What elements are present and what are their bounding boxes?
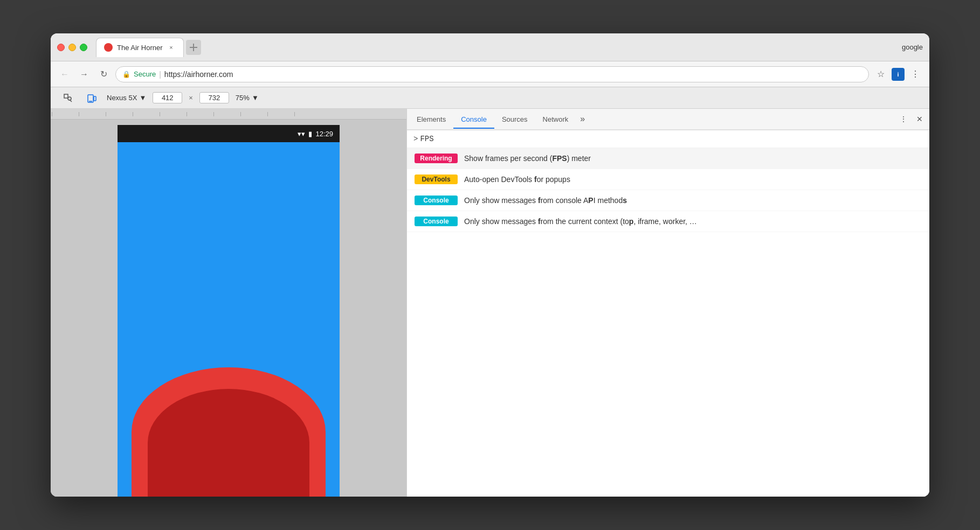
autocomplete-item-devtools-popups[interactable]: DevTools Auto-open DevTools for popups — [407, 169, 929, 190]
phone-screen-wrapper: ▾▾ ▮ 12:29 — [51, 120, 406, 497]
ruler-tick — [187, 112, 187, 116]
extension-icon: i — [892, 68, 905, 81]
tab-elements[interactable]: Elements — [409, 111, 453, 129]
device-dropdown-icon: ▼ — [139, 94, 146, 102]
ruler-tick — [240, 112, 241, 116]
active-tab[interactable]: The Air Horner × — [96, 38, 184, 57]
autocomplete-text-fps: Show frames per second (FPS) meter — [464, 154, 591, 163]
zoom-dropdown-icon: ▼ — [252, 94, 259, 102]
title-bar: The Air Horner × google — [51, 33, 929, 61]
bookmark-button[interactable]: ☆ — [873, 67, 888, 82]
dimension-x-separator: × — [189, 94, 193, 102]
tab-close-button[interactable]: × — [167, 43, 176, 52]
device-name: Nexus 5X — [107, 94, 137, 102]
badge-devtools: DevTools — [415, 175, 458, 184]
navigation-toolbar: ← → ↻ 🔒 Secure | https://airhorner.com ☆… — [51, 61, 929, 87]
tab-favicon — [104, 43, 113, 52]
tab-sources-label: Sources — [502, 115, 528, 123]
ruler-tick — [160, 112, 160, 116]
zoom-level: 75% — [236, 94, 250, 102]
ruler-tick — [106, 112, 106, 116]
tab-network[interactable]: Network — [535, 111, 576, 129]
autocomplete-text-console-context: Only show messages from the current cont… — [464, 217, 697, 226]
more-tabs-button[interactable]: » — [576, 114, 589, 124]
height-input[interactable] — [199, 92, 229, 103]
device-mode-button[interactable] — [83, 89, 100, 107]
phone-time: 12:29 — [315, 130, 333, 138]
svg-rect-1 — [190, 47, 197, 48]
devtools-options-button[interactable]: ⋮ — [896, 111, 911, 127]
tab-console-label: Console — [461, 115, 487, 123]
phone-emulator-panel: ▾▾ ▮ 12:29 — [51, 109, 406, 497]
console-area: > FPS Rendering Show frames per second (… — [407, 130, 929, 497]
new-tab-button[interactable] — [186, 40, 201, 55]
ruler-tick — [294, 112, 295, 116]
browser-window: The Air Horner × google ← → ↻ 🔒 Secure |… — [51, 33, 929, 497]
content-area: ▾▾ ▮ 12:29 Elements Con — [51, 109, 929, 497]
badge-rendering: Rendering — [415, 154, 458, 163]
devtools-tab-bar: Elements Console Sources Network » ⋮ ✕ — [407, 109, 929, 130]
secure-lock-icon: 🔒 — [122, 71, 130, 78]
zoom-selector[interactable]: 75% ▼ — [236, 94, 259, 102]
devtools-panel: Elements Console Sources Network » ⋮ ✕ — [406, 109, 929, 497]
close-button[interactable] — [57, 44, 65, 51]
maximize-button[interactable] — [80, 44, 87, 51]
address-separator: | — [159, 70, 161, 79]
back-button[interactable]: ← — [57, 67, 72, 82]
console-input-text[interactable]: FPS — [420, 135, 433, 143]
traffic-lights — [57, 44, 87, 51]
autocomplete-item-console-context[interactable]: Console Only show messages from the curr… — [407, 211, 929, 232]
google-search-label: google — [902, 43, 923, 51]
tab-title: The Air Horner — [117, 44, 163, 52]
ruler-tick — [79, 112, 79, 116]
tab-bar: The Air Horner × — [96, 38, 898, 57]
tab-elements-label: Elements — [417, 115, 446, 123]
chrome-menu-button[interactable]: ⋮ — [908, 67, 923, 82]
airhorn-inner-circle — [148, 389, 309, 497]
console-prompt: > — [413, 135, 418, 143]
ruler-tick — [267, 112, 268, 116]
ruler-tick — [133, 112, 133, 116]
svg-rect-6 — [94, 96, 96, 101]
tab-console[interactable]: Console — [453, 111, 494, 129]
more-tabs-label: » — [580, 114, 585, 123]
device-selector[interactable]: Nexus 5X ▼ — [107, 94, 146, 102]
device-toolbar: Nexus 5X ▼ × 75% ▼ — [51, 87, 929, 109]
console-input-row: > FPS — [407, 130, 929, 148]
extension-button[interactable]: i — [891, 67, 906, 82]
forward-button[interactable]: → — [77, 67, 92, 82]
devtools-action-buttons: ⋮ ✕ — [896, 111, 927, 127]
signal-icon: ▾▾ — [298, 130, 305, 138]
autocomplete-item-rendering-fps[interactable]: Rendering Show frames per second (FPS) m… — [407, 148, 929, 169]
tab-network-label: Network — [543, 115, 569, 123]
secure-label: Secure — [134, 70, 156, 78]
autocomplete-item-console-api[interactable]: Console Only show messages from console … — [407, 190, 929, 211]
badge-console-1: Console — [415, 196, 458, 205]
url-text: https://airhorner.com — [164, 70, 233, 79]
phone-screen[interactable]: ▾▾ ▮ 12:29 — [118, 125, 340, 497]
ruler-horizontal — [51, 109, 406, 120]
svg-rect-2 — [64, 94, 68, 98]
autocomplete-text-console-api: Only show messages from console API meth… — [464, 196, 627, 205]
width-input[interactable] — [153, 92, 182, 103]
badge-console-2: Console — [415, 217, 458, 226]
phone-status-bar: ▾▾ ▮ 12:29 — [118, 125, 340, 142]
ruler-tick — [213, 112, 214, 116]
tab-sources[interactable]: Sources — [494, 111, 535, 129]
minimize-button[interactable] — [68, 44, 76, 51]
devtools-close-button[interactable]: ✕ — [912, 111, 927, 127]
ruler-tick — [52, 112, 52, 116]
toolbar-actions: ☆ i ⋮ — [873, 67, 923, 82]
autocomplete-text-devtools: Auto-open DevTools for popups — [464, 175, 570, 184]
battery-icon: ▮ — [308, 130, 312, 138]
address-bar[interactable]: 🔒 Secure | https://airhorner.com — [115, 66, 869, 82]
phone-content — [118, 142, 340, 497]
inspect-element-button[interactable] — [59, 89, 77, 107]
autocomplete-list: Rendering Show frames per second (FPS) m… — [407, 148, 929, 232]
reload-button[interactable]: ↻ — [96, 67, 111, 82]
